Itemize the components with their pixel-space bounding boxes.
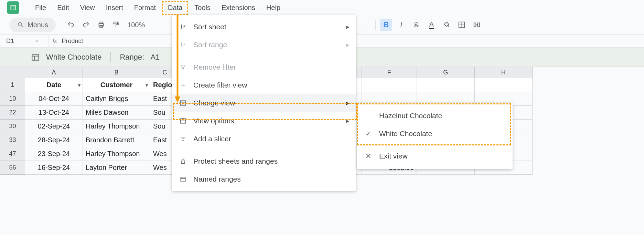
sheets-icon bbox=[10, 4, 17, 11]
view-options-icon bbox=[179, 118, 187, 124]
annotation-arrow bbox=[174, 14, 181, 103]
cell[interactable]: 16-Sep-24 bbox=[25, 161, 83, 175]
filter-view-name[interactable]: White Chocolate bbox=[46, 53, 101, 62]
menu-named-ranges[interactable]: Named ranges bbox=[172, 170, 356, 188]
cell[interactable]: 13-Oct-24 bbox=[25, 106, 83, 120]
change-view-submenu: Hazelnut Chocolate ✓ White Chocolate ✕ E… bbox=[357, 103, 513, 169]
cell[interactable]: Brandon Barrett bbox=[83, 133, 150, 147]
svg-rect-17 bbox=[32, 54, 39, 60]
svg-rect-26 bbox=[181, 177, 185, 181]
chevron-right-icon: ▶ bbox=[346, 24, 350, 30]
view-option-hazelnut[interactable]: Hazelnut Chocolate bbox=[357, 107, 513, 125]
fx-icon: fx bbox=[53, 38, 57, 44]
redo-icon bbox=[82, 21, 90, 29]
chevron-right-icon: ▶ bbox=[346, 118, 350, 124]
row-header[interactable]: 47 bbox=[0, 147, 25, 161]
menu-remove-filter: Remove filter bbox=[172, 58, 356, 76]
menu-data[interactable]: Data bbox=[162, 1, 188, 15]
fill-color-button[interactable] bbox=[440, 19, 453, 31]
undo-button[interactable] bbox=[65, 19, 77, 31]
menu-protect-sheets[interactable]: Protect sheets and ranges bbox=[172, 152, 356, 170]
svg-rect-15 bbox=[474, 23, 476, 27]
col-header-F[interactable]: F bbox=[362, 67, 417, 78]
view-option-white-chocolate[interactable]: ✓ White Chocolate bbox=[357, 125, 513, 143]
range-value[interactable]: A1 bbox=[150, 53, 160, 62]
cell[interactable]: Miles Dawson bbox=[83, 106, 150, 120]
borders-button[interactable] bbox=[455, 19, 468, 31]
filter-view-icon bbox=[31, 53, 40, 62]
menubar: File Edit View Insert Format Data Tools … bbox=[0, 0, 644, 15]
menu-add-slicer[interactable]: Add a slicer bbox=[172, 130, 356, 148]
bold-button[interactable]: B bbox=[380, 19, 392, 31]
formula-bar[interactable]: fx Product bbox=[49, 38, 83, 45]
menu-sort-range: Sort range ▶ bbox=[172, 36, 356, 54]
merge-cells-button[interactable] bbox=[471, 19, 483, 31]
text-color-button[interactable]: A bbox=[425, 19, 438, 31]
undo-icon bbox=[67, 21, 75, 29]
menu-sort-sheet[interactable]: Sort sheet ▶ bbox=[172, 18, 356, 36]
borders-icon bbox=[458, 21, 465, 29]
menu-extensions[interactable]: Extensions bbox=[217, 2, 260, 14]
row-header[interactable]: 1 bbox=[0, 78, 25, 92]
data-menu-dropdown: Sort sheet ▶ Sort range ▶ Remove filter … bbox=[172, 15, 356, 191]
menu-create-filter-view[interactable]: Create filter view bbox=[172, 76, 356, 94]
chevron-right-icon: ▶ bbox=[346, 100, 350, 106]
lock-icon bbox=[179, 158, 187, 165]
col-header-B[interactable]: B bbox=[83, 67, 150, 78]
header-cell-customer[interactable]: Customer▾ bbox=[83, 78, 150, 92]
header-cell-date[interactable]: Date▾ bbox=[25, 78, 83, 92]
cell[interactable]: 28-Sep-24 bbox=[25, 133, 83, 147]
name-box[interactable]: D1 bbox=[0, 38, 48, 45]
row-header[interactable]: 56 bbox=[0, 161, 25, 175]
exit-view[interactable]: ✕ Exit view bbox=[357, 147, 513, 165]
separator bbox=[357, 145, 513, 145]
cell[interactable]: 02-Sep-24 bbox=[25, 120, 83, 133]
menu-help[interactable]: Help bbox=[261, 2, 285, 14]
menu-file[interactable]: File bbox=[30, 2, 51, 14]
svg-marker-29 bbox=[175, 96, 180, 103]
col-header-G[interactable]: G bbox=[417, 67, 474, 78]
menu-change-view[interactable]: Change view ▶ bbox=[172, 94, 356, 112]
cell[interactable]: Caitlyn Briggs bbox=[83, 92, 150, 106]
filter-icon[interactable]: ▾ bbox=[146, 82, 148, 88]
cell[interactable]: Layton Porter bbox=[83, 161, 150, 175]
menu-view[interactable]: View bbox=[75, 2, 100, 14]
paint-format-button[interactable] bbox=[110, 19, 122, 31]
menus-search-button[interactable]: Menus bbox=[10, 18, 56, 32]
row-header[interactable]: 22 bbox=[0, 106, 25, 120]
menu-format[interactable]: Format bbox=[129, 2, 161, 14]
print-icon bbox=[97, 21, 105, 29]
filter-icon[interactable]: ▾ bbox=[78, 82, 80, 88]
select-all-corner[interactable] bbox=[0, 67, 25, 78]
search-icon bbox=[17, 21, 24, 28]
strikethrough-button[interactable]: S bbox=[410, 19, 422, 31]
cell[interactable]: 04-Oct-24 bbox=[25, 92, 83, 106]
svg-rect-10 bbox=[114, 22, 118, 24]
menu-view-options[interactable]: View options ▶ bbox=[172, 112, 356, 130]
col-header-H[interactable]: H bbox=[474, 67, 532, 78]
check-icon: ✓ bbox=[365, 130, 373, 138]
menu-insert[interactable]: Insert bbox=[101, 2, 128, 14]
italic-button[interactable]: I bbox=[395, 19, 407, 31]
chevron-down-icon bbox=[35, 39, 39, 43]
separator bbox=[110, 52, 111, 62]
cell[interactable]: Harley Thompson bbox=[83, 120, 150, 133]
row-header[interactable]: 10 bbox=[0, 92, 25, 106]
print-button[interactable] bbox=[95, 19, 107, 31]
svg-rect-23 bbox=[181, 119, 186, 123]
cell[interactable]: 23-Sep-24 bbox=[25, 147, 83, 161]
redo-button[interactable] bbox=[80, 19, 92, 31]
row-header[interactable]: 33 bbox=[0, 133, 25, 147]
font-size-increase[interactable]: + bbox=[359, 19, 371, 31]
sheets-logo[interactable] bbox=[7, 1, 19, 14]
menu-tools[interactable]: Tools bbox=[190, 2, 215, 14]
separator bbox=[172, 150, 356, 150]
row-header[interactable]: 30 bbox=[0, 120, 25, 133]
svg-point-11 bbox=[448, 25, 450, 27]
zoom-selector[interactable]: 100% bbox=[125, 21, 147, 29]
menu-edit[interactable]: Edit bbox=[52, 2, 74, 14]
svg-line-6 bbox=[22, 26, 23, 27]
cell[interactable]: Harley Thompson bbox=[83, 147, 150, 161]
merge-icon bbox=[473, 21, 481, 29]
col-header-A[interactable]: A bbox=[25, 67, 83, 78]
